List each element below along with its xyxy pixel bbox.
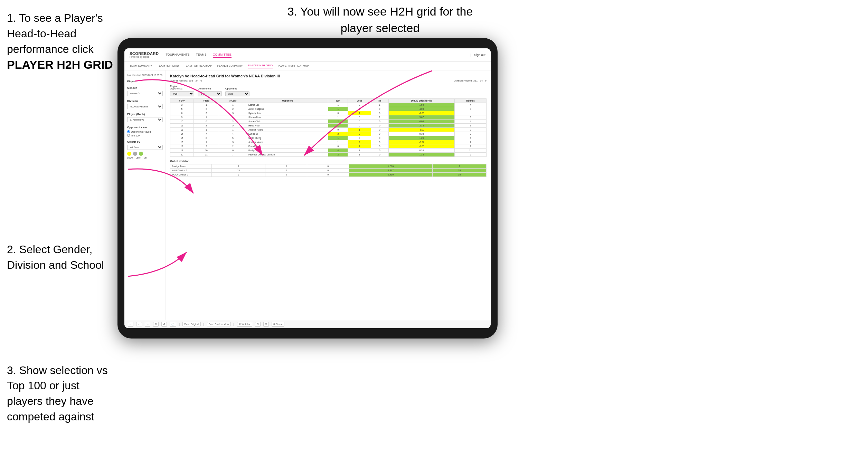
nav-committee[interactable]: COMMITTEE [213,52,232,58]
ood-table-row: NAIA Division 1 15 0 0 9.267 30 [170,169,487,173]
nav-tournaments[interactable]: TOURNAMENTS [166,52,189,58]
table-row: 16 1 3 Jessica Mason 1 2 0 -0.94 7 [170,140,487,144]
player-section: Player [127,80,163,83]
colour-label: Colour by [127,140,163,143]
page-title: Katelyn Vo Head-to-Head Grid for Women's… [170,74,487,78]
opponents-played-option[interactable]: Opponents Played [127,130,163,133]
sub-nav-player-h2h-heatmap[interactable]: PLAYER H2H HEATMAP [278,64,309,68]
table-row: 9 1 4 Sharon Mun 1 0 1 3.67 3 [170,115,487,120]
colour-section: Colour by Win/loss Down Level Up [127,140,163,159]
col-div: # Div [170,99,194,103]
top-100-option[interactable]: Top 100 [127,134,163,137]
ood-table-row: Foreign Team 1 0 0 4.500 2 [170,164,487,169]
sidebar: Last Updated: 27/03/2024 16:55:38 Player… [124,70,166,320]
timestamp: Last Updated: 27/03/2024 16:55:38 [127,74,163,76]
col-tie: Tie [371,99,388,103]
player-rank-section: Player (Rank) 8. Katelyn Vo [127,113,163,122]
division-record: Division Record: 331 - 34 - 6 [454,79,487,82]
table-row: 19 10 6 Emily Chang 4 1 0 0.30 11 [170,149,487,153]
gender-section: Gender Women's [127,86,163,96]
division-section: Division NCAA Division III [127,99,163,109]
time-btn[interactable]: 🕐 [170,322,176,327]
sub-nav-team-h2h-grid[interactable]: TEAM H2H GRID [157,64,179,68]
separator: | [471,53,471,57]
nav-teams[interactable]: TEAMS [196,52,207,58]
table-row: 5 2 2 Alexis Sudjianto 1 0 0 4.00 3 [170,107,487,111]
up-dot [139,152,143,156]
sign-out-link[interactable]: Sign out [474,53,485,57]
save-custom-view-btn[interactable]: Save Custom View [207,322,231,326]
region-select[interactable]: (All) [170,91,194,96]
opponent-select[interactable]: (All) [225,91,249,96]
instruction-3: 3. Show selection vs Top 100 or just pla… [7,363,117,425]
col-opponent: Opponent [247,99,328,103]
main-table: # Div # Reg # Conf Opponent Win Loss Tie… [170,98,487,157]
sub-nav-team-h2h-heatmap[interactable]: TEAM H2H HEATMAP [184,64,212,68]
grid-btn[interactable]: ⊞ [153,322,159,327]
instruction-2: 2. Select Gender, Division and School [7,242,117,273]
col-reg: # Reg [194,99,219,103]
refresh-btn[interactable]: ↺ [161,322,167,327]
table-row: 6 3 3 Sydney Kuo 0 1 0 -1.00 [170,111,487,115]
radio-group: Opponents Played Top 100 [127,130,163,137]
table-row: 18 2 2 Euna Lee 0 1 0 -5.00 2 [170,144,487,149]
level-dot [133,152,137,156]
top-left-instructions: 1. To see a Player's Head-to-Head perfor… [0,0,131,97]
colour-select[interactable]: Win/loss [127,145,163,150]
overall-record: Overall Record: 353 - 34 - 6 [170,79,202,82]
sub-nav-player-h2h-grid[interactable]: PLAYER H2H GRID [248,63,273,68]
nav-right: | Sign out [471,53,485,57]
region-filter: Region Opponents: (All) [170,85,194,96]
conference-select[interactable]: (All) [198,91,222,96]
down-dot [127,152,131,156]
col-rounds: Rounds [455,99,487,103]
bottom-left-instructions: 2. Select Gender, Division and School 3.… [0,242,124,438]
main-content: Last Updated: 27/03/2024 16:55:38 Player… [124,70,491,320]
opponent-view-label: Opponent view [127,126,163,129]
table-row: 20 11 7 Federica Domecq Lacroze 2 1 0 1.… [170,153,487,157]
view-original-btn[interactable]: View: Original [182,322,201,326]
conference-filter: Conference (All) [198,87,222,96]
record-row: Overall Record: 353 - 34 - 6 Division Re… [170,79,487,82]
instruction-1: 1. To see a Player's Head-to-Head perfor… [7,10,124,73]
ood-table-row: NCAA Division 2 5 0 0 7.400 10 [170,173,487,177]
player-rank-select[interactable]: 8. Katelyn Vo [127,117,163,122]
sub-nav-player-summary[interactable]: PLAYER SUMMARY [217,64,243,68]
share-btn[interactable]: ⊠ Share [272,322,284,327]
player-label: Player [127,80,163,83]
gender-select[interactable]: Women's [127,91,163,96]
table-row: 11 2 5 Heejo Hyun 1 0 0 3.33 3 [170,124,487,128]
back-btn[interactable]: ← [136,322,142,326]
col-diff: Diff Av Strokes/Rnd [388,99,455,103]
col-conf: # Conf [219,99,247,103]
col-loss: Loss [348,99,371,103]
filters-row: Region Opponents: (All) Conference (All) [170,85,487,96]
out-of-division-table: Foreign Team 1 0 0 4.500 2 NAIA Division… [170,164,487,177]
colour-legend [127,152,163,156]
opponent-view-section: Opponent view Opponents Played Top 100 [127,126,163,137]
nav-bar: SCOREBOARD Powered by clippd TOURNAMENTS… [124,48,491,61]
table-row: 3 1 1 Esther Lee 1 0 1 1.50 4 [170,103,487,107]
logo: SCOREBOARD Powered by clippd [130,51,159,58]
division-label: Division [127,99,163,103]
table-row: 10 6 3 Andrea York 2 0 0 4.00 4 [170,120,487,124]
table-row: 14 7 4 Eunice Yi 2 2 0 0.38 9 [170,132,487,136]
player-rank-label: Player (Rank) [127,113,163,116]
layout-btn[interactable]: ⊡ [255,322,261,327]
tablet-device: SCOREBOARD Powered by clippd TOURNAMENTS… [117,38,498,339]
tablet-screen: SCOREBOARD Powered by clippd TOURNAMENTS… [124,48,491,328]
content-area: Katelyn Vo Head-to-Head Grid for Women's… [166,70,491,320]
nav-links: TOURNAMENTS TEAMS COMMITTEE [166,52,470,58]
gender-label: Gender [127,86,163,89]
fullscreen-btn[interactable]: ⊞ [263,322,269,327]
bottom-toolbar: ↩ ← ↪ ⊞ ↺ 🕐 | View: Original | Save Cust… [124,320,491,328]
sub-nav-team-summary[interactable]: TEAM SUMMARY [130,64,152,68]
sub-nav: TEAM SUMMARY TEAM H2H GRID TEAM H2H HEAT… [124,61,491,70]
col-win: Win [328,99,348,103]
top-right-instruction: 3. You will now see H2H grid for the pla… [276,3,484,36]
watch-btn[interactable]: 👁 Watch ▾ [237,322,252,327]
opponent-filter: Opponent (All) [225,87,249,96]
division-select[interactable]: NCAA Division III [127,104,163,109]
undo-btn[interactable]: ↩ [128,322,133,327]
redo-btn[interactable]: ↪ [145,322,150,327]
